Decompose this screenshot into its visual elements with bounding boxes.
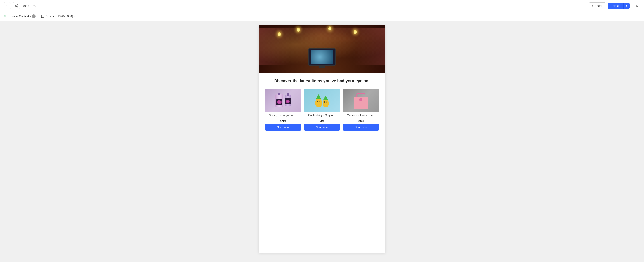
main-area: Discover the latest items you've had you… (0, 21, 644, 262)
hero-image (259, 25, 385, 73)
shop-now-button-1[interactable]: Shop now (265, 124, 301, 131)
product-name-3: Modcast - Jonier Han... (347, 114, 375, 117)
toolbar-left: ← Unna... ✎ (4, 2, 587, 9)
perfume-bottle-1 (276, 94, 283, 107)
svg-point-2 (17, 6, 18, 7)
product-image-2 (304, 89, 340, 112)
hero-monitor-screen (311, 50, 333, 64)
svg-line-4 (16, 5, 17, 6)
pineapple-toy (316, 94, 328, 107)
product-card-1: Stylinger - Jorga Eau ... 479$ Shop now (265, 89, 301, 131)
eye-left-1 (317, 100, 318, 102)
perfume-flowers-2 (286, 100, 290, 103)
resize-icon (41, 15, 44, 18)
eye-right-2 (326, 101, 328, 103)
bag (354, 97, 368, 109)
perfume-flowers-1 (277, 100, 282, 104)
bag-handle (356, 93, 366, 97)
product-price-2: 99$ (320, 119, 324, 122)
pine-2 (323, 96, 328, 107)
chevron-down-icon: ▾ (626, 4, 627, 7)
pine-top-2 (323, 96, 328, 100)
perfume-label-1 (276, 99, 282, 105)
chevron-down-icon: ▾ (74, 14, 76, 18)
pine-top-1 (316, 94, 321, 99)
email-preview: Discover the latest items you've had you… (259, 25, 385, 253)
product-grid: Stylinger - Jorga Eau ... 479$ Shop now (263, 89, 381, 131)
shop-now-button-2[interactable]: Shop now (304, 124, 340, 131)
pine-1 (316, 94, 322, 107)
next-button[interactable]: Next (608, 3, 624, 9)
custom-size-label: Custom (1920x1080) (46, 14, 73, 18)
close-button[interactable]: ✕ (633, 2, 640, 9)
preview-contexts-badge: ⊕ Preview Contexts × (4, 14, 36, 18)
svg-line-3 (16, 6, 17, 7)
cancel-button[interactable]: Cancel (588, 2, 606, 9)
custom-size-button[interactable]: Custom (1920x1080) ▾ (41, 14, 76, 18)
product-card-2: Goplaything - Satyra ... 99$ Shop now (304, 89, 340, 131)
title-area: Unna... ✎ (22, 4, 36, 8)
product-name-1: Stylinger - Jorga Eau ... (269, 114, 297, 117)
hero-monitor (308, 48, 336, 66)
bulb-4 (278, 32, 281, 36)
shop-now-button-3[interactable]: Shop now (343, 124, 379, 131)
edit-icon[interactable]: ✎ (33, 4, 36, 7)
email-content: Discover the latest items you've had you… (259, 73, 385, 136)
bulb-2 (328, 26, 332, 30)
top-toolbar: ← Unna... ✎ Cancel Next ▾ ✕ (0, 0, 644, 12)
next-dropdown-button[interactable]: ▾ (624, 3, 630, 9)
preview-contexts-icon: ⊕ (4, 14, 6, 18)
close-x-icon: × (33, 15, 34, 17)
back-button[interactable]: ← (4, 2, 11, 9)
product-price-3: 809$ (358, 119, 364, 122)
pine-body-1 (316, 99, 322, 107)
hero-monitor-stand (318, 65, 326, 67)
document-title: Unna... (22, 4, 32, 8)
perfume-bottle-2 (285, 95, 291, 106)
preview-contexts-label: Preview Contexts (8, 14, 30, 18)
pine-eyes-2 (324, 101, 328, 103)
svg-point-0 (17, 4, 18, 5)
next-button-group: Next ▾ (608, 3, 630, 9)
share-button[interactable] (13, 2, 20, 9)
product-image-1 (265, 89, 301, 112)
bulb-3 (354, 30, 357, 34)
share-icon (14, 4, 18, 8)
back-icon: ← (6, 4, 9, 8)
toolbar-right: Cancel Next ▾ ✕ (588, 2, 640, 9)
secondary-toolbar: ⊕ Preview Contexts × Custom (1920x1080) … (0, 12, 644, 21)
toolbar-divider (38, 14, 38, 18)
bag-clasp (359, 98, 362, 101)
eye-left-2 (324, 101, 325, 103)
section-title: Discover the latest items you've had you… (263, 78, 381, 84)
eye-right-1 (319, 100, 320, 102)
product-price-1: 479$ (280, 119, 286, 122)
bulb-1 (297, 27, 300, 32)
product-name-2: Goplaything - Satyra ... (308, 114, 336, 117)
preview-contexts-close[interactable]: × (32, 14, 36, 18)
close-icon: ✕ (635, 3, 638, 8)
pine-body-2 (323, 100, 328, 107)
svg-point-1 (15, 5, 16, 6)
perfume-label-2 (285, 98, 291, 104)
product-card-3: Modcast - Jonier Han... 809$ Shop now (343, 89, 379, 131)
svg-rect-5 (42, 15, 44, 18)
pine-eyes-1 (317, 100, 320, 102)
product-image-3 (343, 89, 379, 112)
